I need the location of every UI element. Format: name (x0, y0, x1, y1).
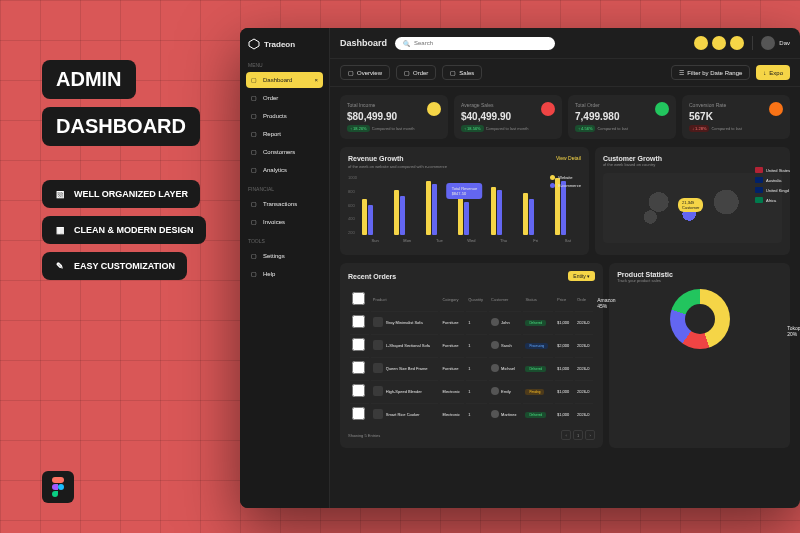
prev-page-button[interactable]: ‹ (561, 430, 571, 440)
page-number[interactable]: 1 (573, 430, 583, 440)
bar[interactable] (400, 196, 405, 235)
bar[interactable] (432, 184, 437, 235)
section-label: FINANCIAL (246, 186, 323, 192)
row-checkbox[interactable] (352, 361, 365, 374)
entity-button[interactable]: Entity ▾ (568, 271, 595, 281)
product-image (373, 340, 383, 350)
sidebar-item-report[interactable]: ▢Report (246, 126, 323, 142)
tab-overview[interactable]: ▢Overview (340, 65, 390, 80)
stat-card: Total Income$80,499.90↑ 18.26%Compared t… (340, 95, 448, 139)
bar[interactable] (458, 196, 463, 235)
search-icon: 🔍 (403, 40, 410, 47)
donut-label: Amazon45% (597, 297, 615, 309)
next-page-button[interactable]: › (585, 430, 595, 440)
bar[interactable] (464, 202, 469, 235)
product-statistic: Product Statistic Track your product sal… (609, 263, 790, 448)
legend-item: Website (550, 175, 581, 180)
chart-title: Revenue Growth (348, 155, 404, 162)
app-window: Tradeon MENU▢Dashboard×▢Order▢Products▢R… (240, 28, 800, 508)
country-item: United Kingd (755, 187, 790, 193)
section-subtitle: Track your product sales (617, 278, 782, 283)
svg-marker-1 (249, 39, 259, 49)
product-image (373, 363, 383, 373)
row-checkbox[interactable] (352, 338, 365, 351)
sidebar-item-settings[interactable]: ▢Settings (246, 248, 323, 264)
table-row[interactable]: Gray Minimalist SofaFurniture1JohnDelive… (350, 311, 593, 332)
features-list: ▧WELL ORGANIZED LAYER ▦CLEAN & MODERN DE… (42, 180, 206, 288)
sidebar-item-order[interactable]: ▢Order (246, 90, 323, 106)
view-detail-link[interactable]: View Detail (556, 155, 581, 162)
customer-avatar (491, 364, 499, 372)
country-item: United States (755, 167, 790, 173)
sidebar: Tradeon MENU▢Dashboard×▢Order▢Products▢R… (240, 28, 330, 508)
table-row[interactable]: Queen Size Bed FrameFurniture1MichaelDel… (350, 357, 593, 378)
bar[interactable] (368, 205, 373, 235)
promo-title-1: ADMIN (42, 60, 136, 99)
header: Dashboard 🔍 Dav (330, 28, 800, 59)
settings-icon[interactable] (712, 36, 726, 50)
filter-icon: ☰ (679, 69, 684, 76)
bar[interactable] (523, 193, 528, 235)
export-button[interactable]: ↓Expo (756, 65, 790, 80)
bar[interactable] (491, 187, 496, 235)
edit-icon: ✎ (54, 260, 66, 272)
product-image (373, 317, 383, 327)
bar[interactable] (426, 181, 431, 235)
country-item: Australia (755, 177, 790, 183)
customer-avatar (491, 387, 499, 395)
app-logo: Tradeon (246, 36, 323, 52)
feature-label: WELL ORGANIZED LAYER (74, 189, 188, 199)
bar[interactable] (394, 190, 399, 235)
row-checkbox[interactable] (352, 384, 365, 397)
country-item: Africa (755, 197, 790, 203)
select-all-checkbox[interactable] (352, 292, 365, 305)
recent-orders: Recent Orders Entity ▾ ProductCategoryQu… (340, 263, 603, 448)
notification-icon[interactable] (694, 36, 708, 50)
map-badge: 21,349Customer (678, 198, 703, 212)
search-input[interactable]: 🔍 (395, 37, 555, 50)
table-row[interactable]: Smart Rice CookerElectronic1MartinezDeli… (350, 403, 593, 424)
svg-point-0 (58, 484, 64, 490)
promo-title-2: DASHBOARD (42, 107, 200, 146)
nav-icon: ▢ (251, 218, 259, 226)
sidebar-item-analytics[interactable]: ▢Analytics (246, 162, 323, 178)
stat-icon (427, 102, 441, 116)
user-menu[interactable]: Dav (761, 36, 790, 50)
legend-item: E-commerce (550, 183, 581, 188)
sidebar-item-help[interactable]: ▢Help (246, 266, 323, 282)
export-icon: ↓ (763, 70, 766, 76)
bar[interactable] (529, 199, 534, 235)
tab-order[interactable]: ▢Order (396, 65, 436, 80)
table-row[interactable]: L-Shaped Sectional SofaFurniture1SarahPr… (350, 334, 593, 355)
customer-avatar (491, 318, 499, 326)
sidebar-item-invoices[interactable]: ▢Invoices (246, 214, 323, 230)
filter-button[interactable]: ☰Filter by Date Range (671, 65, 750, 80)
row-checkbox[interactable] (352, 407, 365, 420)
bar[interactable] (362, 199, 367, 235)
messages-icon[interactable] (730, 36, 744, 50)
stat-icon (541, 102, 555, 116)
avatar (761, 36, 775, 50)
sidebar-item-dashboard[interactable]: ▢Dashboard× (246, 72, 323, 88)
sidebar-item-transactions[interactable]: ▢Transactions (246, 196, 323, 212)
layers-icon: ▧ (54, 188, 66, 200)
table-row[interactable]: High-Speed BlenderElectronic1EmilyPendin… (350, 380, 593, 401)
nav-icon: ▢ (251, 148, 259, 156)
tab-sales[interactable]: ▢Sales (442, 65, 482, 80)
sidebar-item-constomers[interactable]: ▢Constomers (246, 144, 323, 160)
nav-icon: ▢ (251, 252, 259, 260)
nav-icon: ▢ (251, 200, 259, 208)
logo-icon (248, 38, 260, 50)
section-title: Recent Orders (348, 273, 396, 280)
bar[interactable] (497, 190, 502, 235)
sidebar-item-products[interactable]: ▢Products (246, 108, 323, 124)
row-checkbox[interactable] (352, 315, 365, 328)
figma-logo (42, 471, 74, 503)
nav-icon: ▢ (251, 112, 259, 120)
overview-icon: ▢ (348, 69, 354, 76)
feature-label: CLEAN & MODERN DESIGN (74, 225, 194, 235)
section-label: MENU (246, 62, 323, 68)
sales-icon: ▢ (450, 69, 456, 76)
order-icon: ▢ (404, 69, 410, 76)
customer-chart: Customer Growth of the week based on cou… (595, 147, 790, 255)
